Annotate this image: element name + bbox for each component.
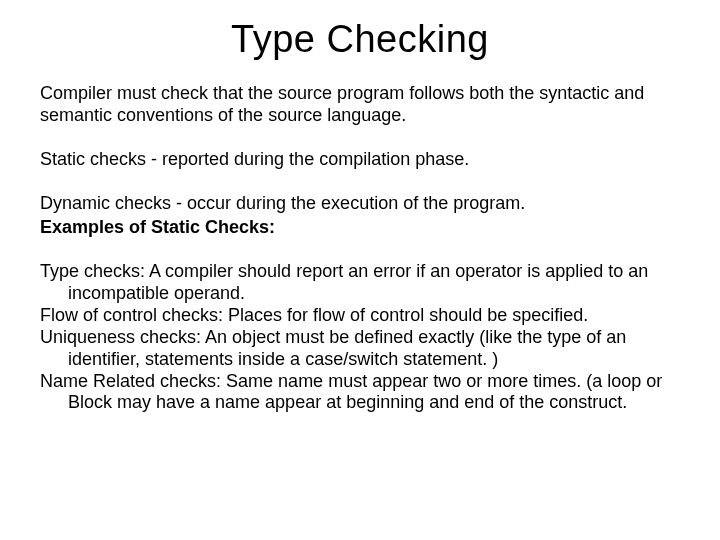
list-item: Flow of control checks: Places for flow … <box>40 305 680 327</box>
list-item: Uniqueness checks: An object must be def… <box>40 327 680 371</box>
slide-title: Type Checking <box>40 18 680 61</box>
list-item: Type checks: A compiler should report an… <box>40 261 680 305</box>
dynamic-checks-line: Dynamic checks - occur during the execut… <box>40 193 680 215</box>
examples-heading: Examples of Static Checks: <box>40 217 680 239</box>
intro-paragraph: Compiler must check that the source prog… <box>40 83 680 127</box>
list-item: Name Related checks: Same name must appe… <box>40 371 680 415</box>
static-checks-line: Static checks - reported during the comp… <box>40 149 680 171</box>
static-checks-list: Type checks: A compiler should report an… <box>40 261 680 415</box>
